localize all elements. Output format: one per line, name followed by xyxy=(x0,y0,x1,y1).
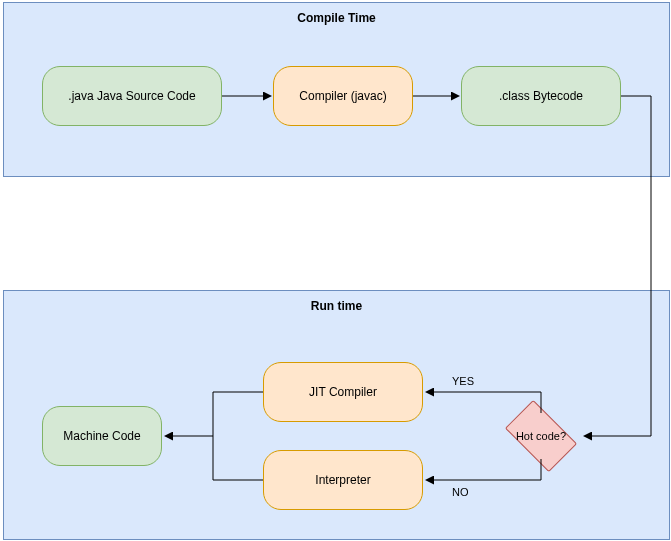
node-hot-code-decision: Hot code? xyxy=(499,409,583,463)
node-machine-label: Machine Code xyxy=(63,429,140,443)
node-java-source-label: .java Java Source Code xyxy=(68,89,195,103)
node-hot-code-label: Hot code? xyxy=(516,430,566,442)
node-interpreter-label: Interpreter xyxy=(315,473,370,487)
node-jit-label: JIT Compiler xyxy=(309,385,377,399)
node-bytecode: .class Bytecode xyxy=(461,66,621,126)
edge-label-yes: YES xyxy=(452,375,474,387)
section-compile-title: Compile Time xyxy=(4,3,669,25)
node-compiler-label: Compiler (javac) xyxy=(299,89,386,103)
node-jit-compiler: JIT Compiler xyxy=(263,362,423,422)
node-compiler: Compiler (javac) xyxy=(273,66,413,126)
node-bytecode-label: .class Bytecode xyxy=(499,89,583,103)
diagram-canvas: Compile Time Run time .java Java Source … xyxy=(0,0,671,541)
node-java-source: .java Java Source Code xyxy=(42,66,222,126)
node-interpreter: Interpreter xyxy=(263,450,423,510)
node-machine-code: Machine Code xyxy=(42,406,162,466)
section-runtime-title: Run time xyxy=(4,291,669,313)
edge-label-no: NO xyxy=(452,486,469,498)
